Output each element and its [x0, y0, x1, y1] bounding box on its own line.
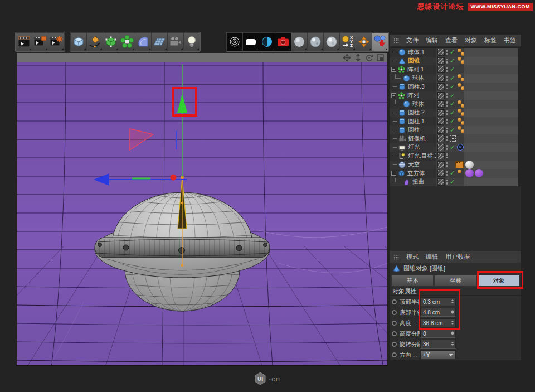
- property-value-field[interactable]: +Y: [420, 350, 456, 359]
- camera-active-icon[interactable]: [450, 135, 456, 142]
- enabled-check-icon[interactable]: ✓: [449, 75, 456, 82]
- object-row-圆柱.2[interactable]: 圆柱.2✓: [390, 109, 521, 118]
- visibility-dots[interactable]: [446, 59, 448, 64]
- keyframe-circle-icon[interactable]: [392, 299, 397, 304]
- enabled-check-icon[interactable]: ✓: [449, 92, 456, 99]
- visibility-dots[interactable]: [446, 162, 448, 167]
- zoom-view-icon[interactable]: [354, 54, 362, 61]
- object-row-球体[interactable]: 球体✓: [390, 100, 521, 109]
- enabled-check-icon[interactable]: ✓: [449, 178, 456, 186]
- sky-object-icon[interactable]: [398, 161, 406, 168]
- object-name-cell[interactable]: 圆柱.3: [390, 83, 436, 91]
- maximize-view-icon[interactable]: [377, 54, 384, 61]
- material-purple-tag-icon[interactable]: [475, 169, 483, 177]
- object-name-cell[interactable]: −立方体: [390, 169, 436, 178]
- tab-基本[interactable]: 基本: [391, 275, 434, 287]
- object-name-cell[interactable]: 球体.1: [390, 48, 436, 57]
- property-value-field[interactable]: 8: [420, 329, 456, 338]
- layer-color-icon[interactable]: [437, 57, 445, 65]
- object-label[interactable]: 阵列.1: [407, 66, 424, 74]
- keyframe-circle-icon[interactable]: [392, 352, 397, 357]
- tab-对象[interactable]: 对象: [478, 275, 520, 287]
- om-menu-item-1[interactable]: 文件: [406, 36, 419, 45]
- object-label[interactable]: 圆柱: [408, 126, 420, 134]
- spline-pen-icon[interactable]: [87, 33, 103, 51]
- enabled-check-icon[interactable]: ✓: [449, 127, 456, 134]
- layer-color-icon[interactable]: [437, 127, 445, 134]
- om-menu-item-2[interactable]: 编辑: [426, 36, 438, 45]
- object-row-圆柱.3[interactable]: 圆柱.3✓: [390, 83, 521, 91]
- visibility-dots[interactable]: [446, 145, 448, 150]
- object-label[interactable]: 灯光: [408, 143, 420, 151]
- am-menu-item-2[interactable]: 编辑: [426, 253, 438, 261]
- object-tree-empty-area[interactable]: [390, 186, 521, 251]
- object-label[interactable]: 天空: [408, 161, 420, 168]
- object-name-cell[interactable]: 圆锥: [390, 57, 436, 66]
- object-row-圆柱[interactable]: 圆柱✓: [390, 126, 521, 135]
- layer-color-icon[interactable]: [437, 75, 445, 82]
- visibility-dots[interactable]: [446, 50, 448, 55]
- visibility-dots[interactable]: [446, 136, 448, 141]
- render-picture-icon[interactable]: [275, 33, 291, 51]
- value-stepper[interactable]: [451, 331, 454, 336]
- sphere-object-icon[interactable]: [398, 49, 406, 56]
- layer-color-icon[interactable]: [437, 49, 445, 56]
- visibility-dots[interactable]: [446, 171, 448, 176]
- object-name-cell[interactable]: 摄像机: [390, 134, 436, 143]
- object-name-cell[interactable]: 球体: [390, 74, 436, 83]
- keyframe-circle-icon[interactable]: [392, 331, 397, 336]
- am-menu-item-1[interactable]: 模式: [406, 253, 419, 261]
- object-row-圆锥[interactable]: 圆锥✓: [390, 57, 521, 66]
- enabled-check-icon[interactable]: ✓: [449, 57, 456, 65]
- visibility-dots[interactable]: [446, 76, 448, 81]
- visibility-dots[interactable]: [446, 84, 448, 89]
- visibility-dots[interactable]: [446, 101, 448, 107]
- enabled-check-icon[interactable]: ✓: [449, 49, 456, 56]
- cylinder-object-icon[interactable]: [398, 118, 406, 125]
- value-stepper[interactable]: [451, 321, 454, 325]
- object-row-圆柱.1[interactable]: 圆柱.1✓: [390, 117, 521, 126]
- object-label[interactable]: 圆柱.1: [408, 118, 425, 125]
- layer-color-icon[interactable]: [437, 66, 445, 73]
- target-light-object-icon[interactable]: [398, 152, 406, 160]
- visibility-dots[interactable]: [446, 180, 448, 185]
- object-row-阵列[interactable]: −阵列✓: [390, 91, 521, 100]
- om-menu-item-3[interactable]: 查看: [445, 36, 458, 45]
- enabled-check-icon[interactable]: ✓: [449, 144, 456, 151]
- world-coords-icon[interactable]: [372, 33, 388, 51]
- 3d-scene-canvas[interactable]: [17, 62, 387, 365]
- value-stepper[interactable]: [451, 310, 454, 314]
- visibility-dots[interactable]: [446, 153, 448, 158]
- layer-color-icon[interactable]: [437, 92, 445, 99]
- visibility-dots[interactable]: [446, 128, 448, 133]
- light-tool-icon[interactable]: [184, 33, 200, 51]
- editable-cube-icon[interactable]: [103, 33, 119, 51]
- value-stepper[interactable]: [451, 299, 454, 304]
- object-name-cell[interactable]: 灯光.目标.1: [390, 152, 436, 161]
- visibility-dots[interactable]: [446, 119, 448, 124]
- enabled-check-icon[interactable]: ✓: [449, 170, 456, 177]
- render-view-icon[interactable]: [16, 33, 32, 51]
- object-label[interactable]: 灯光.目标.1: [408, 152, 436, 160]
- material-purple-tag-icon[interactable]: [465, 169, 474, 177]
- object-row-立方体[interactable]: −立方体✓: [390, 169, 521, 178]
- material-sphere-3-icon[interactable]: [324, 33, 339, 51]
- object-row-灯光[interactable]: 灯光✓: [390, 143, 521, 152]
- light-object-icon[interactable]: [398, 143, 406, 151]
- object-label[interactable]: 阵列: [407, 91, 419, 99]
- compositing-tag-icon[interactable]: [455, 161, 464, 168]
- object-label[interactable]: 球体: [412, 74, 424, 82]
- move-view-icon[interactable]: [343, 54, 351, 61]
- layer-color-icon[interactable]: [437, 100, 445, 108]
- property-value-field[interactable]: 0.3 cm: [420, 297, 456, 306]
- dropdown-arrow-icon[interactable]: [449, 354, 453, 356]
- array-object-icon[interactable]: [397, 91, 406, 99]
- layer-color-icon[interactable]: [437, 161, 445, 168]
- floor-grid-icon[interactable]: [152, 33, 167, 51]
- object-row-球体[interactable]: 球体✓: [390, 74, 521, 83]
- cube-object-icon[interactable]: [397, 170, 406, 177]
- panel-grip-icon[interactable]: [393, 254, 399, 260]
- axis-lock-icon[interactable]: [356, 33, 372, 51]
- layer-color-icon[interactable]: [437, 152, 445, 159]
- visibility-dots[interactable]: [446, 93, 448, 98]
